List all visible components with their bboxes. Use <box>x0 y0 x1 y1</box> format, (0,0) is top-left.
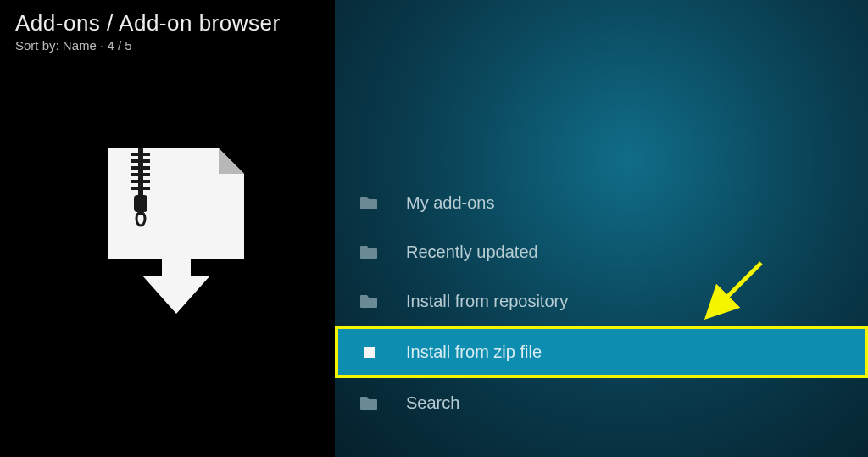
svg-rect-1 <box>131 153 138 156</box>
svg-rect-11 <box>131 187 138 190</box>
folder-icon <box>359 291 379 311</box>
menu-item-recently-updated[interactable]: Recently updated <box>335 227 868 276</box>
svg-rect-7 <box>131 173 138 176</box>
svg-rect-10 <box>143 180 150 183</box>
menu-item-install-from-repository[interactable]: Install from repository <box>335 276 868 326</box>
breadcrumb: Add-ons / Add-on browser <box>15 10 320 36</box>
menu-panel: My add-ons Recently updated Install from… <box>335 0 868 457</box>
folder-icon <box>359 393 379 413</box>
menu-label: Recently updated <box>406 242 538 262</box>
folder-icon <box>359 242 379 262</box>
svg-rect-2 <box>143 153 150 156</box>
list-position: 4 / 5 <box>107 38 131 53</box>
menu-label: Search <box>406 393 459 413</box>
svg-rect-12 <box>143 187 150 190</box>
svg-rect-6 <box>143 166 150 170</box>
sort-label: Sort by: Name <box>15 38 97 53</box>
svg-rect-9 <box>131 180 138 183</box>
menu-item-my-addons[interactable]: My add-ons <box>335 178 868 227</box>
folder-icon <box>359 192 379 213</box>
svg-rect-8 <box>143 173 150 176</box>
preview-icon-container <box>87 144 248 317</box>
left-panel: Add-ons / Add-on browser Sort by: Name ·… <box>0 0 335 457</box>
sort-position-line: Sort by: Name · 4 / 5 <box>15 38 320 53</box>
menu-item-search[interactable]: Search <box>335 378 868 427</box>
svg-rect-5 <box>131 166 138 170</box>
menu-label: My add-ons <box>406 193 495 213</box>
svg-rect-4 <box>143 159 150 163</box>
zip-file-icon <box>359 342 379 362</box>
svg-rect-3 <box>131 159 138 163</box>
menu-label: Install from zip file <box>406 343 542 362</box>
svg-rect-13 <box>134 195 147 212</box>
menu-item-install-from-zip[interactable]: Install from zip file <box>335 326 868 378</box>
zip-download-icon <box>87 144 248 314</box>
menu-label: Install from repository <box>406 292 568 311</box>
